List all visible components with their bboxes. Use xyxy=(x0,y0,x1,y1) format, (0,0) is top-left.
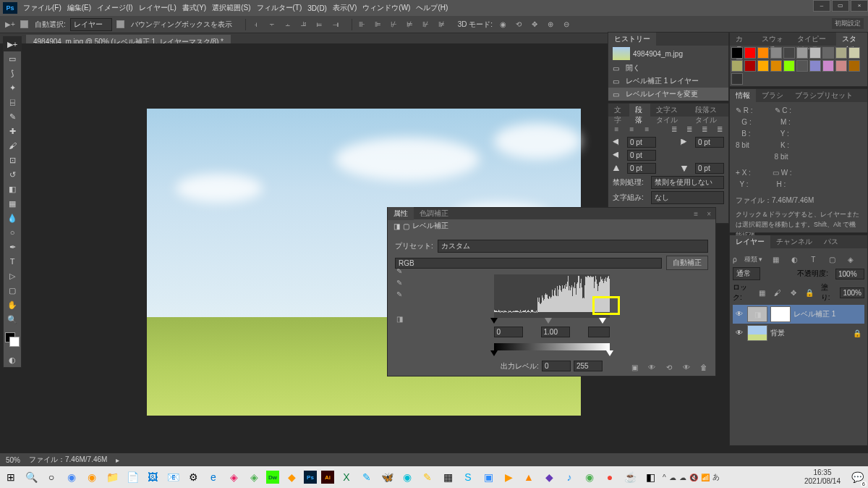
app-icon-6[interactable]: ✎ xyxy=(420,469,435,485)
menu-edit[interactable]: 編集(E) xyxy=(67,3,91,13)
layer-background[interactable]: 👁 背景 🔒 xyxy=(733,324,864,342)
start-button[interactable]: ⊞ xyxy=(3,469,19,485)
swatch[interactable] xyxy=(783,60,795,72)
opacity-field[interactable]: 100% xyxy=(835,269,864,279)
3d-2-icon[interactable]: ⟲ xyxy=(513,19,524,30)
space-after[interactable]: 0 pt xyxy=(695,163,724,174)
photoshop-icon[interactable]: Ps xyxy=(304,471,317,484)
history-step-modify-levels[interactable]: ▭レベルレイヤーを変更 xyxy=(608,88,728,101)
align-hc-icon[interactable]: ⫟ xyxy=(266,19,278,30)
menu-filter[interactable]: フィルター(T) xyxy=(257,3,302,13)
tray-wifi-icon[interactable]: 📶 xyxy=(701,474,710,481)
vlc-icon[interactable]: ▲ xyxy=(521,469,537,485)
info-tab[interactable]: 情報 xyxy=(730,89,756,102)
illustrator-icon[interactable]: Ai xyxy=(321,471,334,484)
swatch[interactable] xyxy=(848,47,860,59)
swatch[interactable] xyxy=(770,47,782,59)
justify-1-icon[interactable]: ≣ xyxy=(671,123,678,135)
3d-4-icon[interactable]: ⊕ xyxy=(545,19,556,30)
lock-paint-icon[interactable]: 🖌 xyxy=(773,287,782,298)
swatch[interactable] xyxy=(770,60,782,72)
history-brush-tool[interactable]: ↺ xyxy=(4,167,21,182)
filter-shape-icon[interactable]: ▢ xyxy=(826,253,838,265)
zoom-app-icon[interactable]: ▣ xyxy=(480,469,496,485)
edge-icon[interactable]: e xyxy=(205,469,221,485)
media-icon[interactable]: ▶ xyxy=(501,469,516,485)
out-white-slider[interactable] xyxy=(606,350,613,356)
style-tab[interactable]: スタイル xyxy=(836,33,867,46)
bounding-checkbox[interactable] xyxy=(116,20,124,28)
menu-view[interactable]: 表示(V) xyxy=(333,3,357,13)
align-bottom-icon[interactable]: ⫣ xyxy=(330,19,341,30)
indent-right[interactable]: 0 pt xyxy=(695,137,724,148)
output-black-field[interactable]: 0 xyxy=(542,361,571,371)
channels-tab[interactable]: チャンネル xyxy=(770,235,818,248)
app-icon-11[interactable]: ◧ xyxy=(642,469,658,485)
record-icon[interactable]: ● xyxy=(602,469,618,485)
space-before[interactable]: 0 pt xyxy=(627,163,656,174)
3d-3-icon[interactable]: ✥ xyxy=(529,19,540,30)
crop-tool[interactable]: ⌸ xyxy=(4,95,21,109)
3d-1-icon[interactable]: ◉ xyxy=(497,19,509,30)
properties-tab[interactable]: 属性 xyxy=(388,207,414,220)
swatch[interactable] xyxy=(744,47,756,59)
menu-image[interactable]: イメージ(I) xyxy=(97,3,132,13)
menu-help[interactable]: ヘルプ(H) xyxy=(416,3,448,13)
indent-left[interactable]: 0 pt xyxy=(627,137,656,148)
sublime-icon[interactable]: ◆ xyxy=(284,469,299,485)
dist-2-icon[interactable]: ⊫ xyxy=(373,19,384,30)
color-tab[interactable]: カラー xyxy=(730,33,756,46)
tray-cloud-icon[interactable]: ☁ xyxy=(669,474,676,481)
panel-menu-icon[interactable]: ≡ xyxy=(689,210,702,218)
midtone-slider[interactable] xyxy=(545,318,552,324)
paragraph-tab[interactable]: 段落 xyxy=(629,104,650,117)
swatch[interactable] xyxy=(757,47,769,59)
dreamweaver-icon[interactable]: Dw xyxy=(266,471,279,484)
align-left-icon[interactable]: ⫞ xyxy=(250,19,262,30)
layer-levels1[interactable]: 👁 ◨ レベル補正 1 xyxy=(733,305,864,324)
auto-select-dropdown[interactable]: レイヤー xyxy=(70,18,112,31)
input-mid-field[interactable]: 1.00 xyxy=(541,327,570,337)
menu-file[interactable]: ファイル(F) xyxy=(23,3,61,13)
align-vc-icon[interactable]: ⫢ xyxy=(314,19,326,30)
tray-volume-icon[interactable]: 🔇 xyxy=(689,474,698,481)
align-left-icon[interactable]: ≡ xyxy=(613,123,621,135)
settings-icon[interactable]: ⚙ xyxy=(185,469,201,485)
dodge-tool[interactable]: ○ xyxy=(4,225,21,240)
input-slider[interactable] xyxy=(494,318,610,325)
clock[interactable]: 16:352021/08/14 xyxy=(804,468,845,486)
doc-size[interactable]: ファイル：7.46M/7.46M xyxy=(29,455,107,465)
app-icon-1[interactable]: ◈ xyxy=(226,469,242,485)
cortana-icon[interactable]: ○ xyxy=(43,469,59,485)
skype-icon[interactable]: S xyxy=(460,469,476,485)
filter-adj-icon[interactable]: ◐ xyxy=(788,253,800,265)
explorer-icon[interactable]: 📁 xyxy=(104,469,120,485)
dist-1-icon[interactable]: ⊪ xyxy=(357,19,368,30)
zoom-level[interactable]: 50% xyxy=(6,456,20,464)
app-icon-8[interactable]: ◆ xyxy=(541,469,557,485)
healing-tool[interactable]: ✚ xyxy=(4,124,21,138)
eyedrop-white-icon[interactable]: ✎ xyxy=(393,290,405,300)
toggle-vis-icon[interactable]: 👁 xyxy=(681,361,692,373)
align-right-icon[interactable]: ⫠ xyxy=(282,19,294,30)
reset-icon[interactable]: ⟲ xyxy=(663,361,675,373)
swatch-tab[interactable]: スウォッチ xyxy=(756,33,791,46)
output-slider[interactable] xyxy=(494,350,610,358)
swatch[interactable] xyxy=(822,60,834,72)
swatch-grid[interactable] xyxy=(730,46,867,86)
swatch[interactable] xyxy=(731,73,743,85)
swatch[interactable] xyxy=(796,60,808,72)
mojikumi-dropdown[interactable]: なし xyxy=(651,191,724,204)
menu-window[interactable]: ウィンドウ(W) xyxy=(362,3,410,13)
fg-bg-swap[interactable] xyxy=(4,331,21,353)
brush-tab[interactable]: ブラシ xyxy=(756,89,789,102)
menu-3d[interactable]: 3D(D) xyxy=(307,4,327,12)
swatch[interactable] xyxy=(809,60,821,72)
quickmask-tool[interactable]: ◐ xyxy=(4,353,21,367)
workspace-dropdown[interactable]: 初期設定 xyxy=(832,18,864,29)
app-icon-10[interactable]: ☕ xyxy=(622,469,638,485)
app-icon-2[interactable]: ◈ xyxy=(246,469,262,485)
dist-3-icon[interactable]: ⊬ xyxy=(388,19,400,30)
path-tool[interactable]: ▷ xyxy=(4,269,21,283)
edit-points-icon[interactable]: ◨ xyxy=(393,315,405,325)
